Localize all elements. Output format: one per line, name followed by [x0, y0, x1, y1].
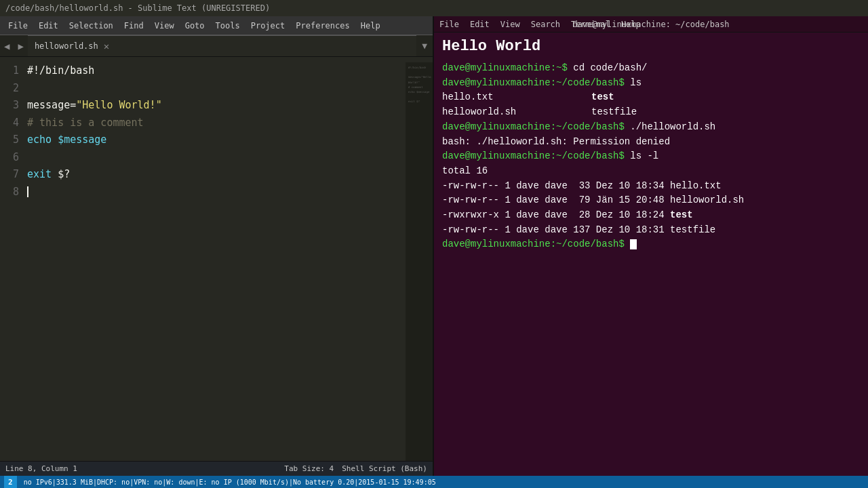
- menu-selection[interactable]: Selection: [64, 18, 119, 33]
- tab-nav-right[interactable]: ▶: [14, 35, 27, 56]
- menu-view[interactable]: View: [149, 18, 180, 33]
- menu-find[interactable]: Find: [119, 18, 149, 33]
- menu-goto[interactable]: Goto: [180, 18, 210, 33]
- text-cursor: [27, 186, 28, 198]
- tab-bar: ◀ ▶ helloworld.sh ✕ ▼: [0, 35, 433, 57]
- code-content[interactable]: #!/bin/bash message="Hello World!" # thi…: [27, 62, 406, 461]
- terminal-menu-file[interactable]: File: [439, 20, 459, 29]
- status-bar: Line 8, Column 1 Tab Size: 4 Shell Scrip…: [0, 461, 433, 476]
- terminal-content[interactable]: Hello World dave@mylinuxmachine:~$ cd co…: [434, 33, 868, 476]
- code-line-6: [27, 149, 400, 167]
- terminal-prompt: dave@mylinuxmachine:~/code/bash$: [442, 150, 625, 161]
- bottom-indicator-number: 2: [8, 478, 13, 487]
- terminal-menu-edit[interactable]: Edit: [470, 20, 490, 29]
- bottom-bar-status: no IPv6|331.3 MiB|DHCP: no|VPN: no|W: do…: [24, 479, 436, 486]
- terminal-menu-bar: File Edit View Search Terminal Help dave…: [434, 16, 868, 33]
- code-line-3: message="Hello World!": [27, 97, 400, 115]
- terminal-cmd: ls -l: [625, 150, 658, 161]
- editor-menu: File Edit Selection Find View Goto Tools…: [0, 16, 433, 35]
- terminal-menu-search[interactable]: Search: [531, 20, 560, 29]
- status-syntax: Shell Script (Bash): [342, 464, 427, 473]
- terminal-cursor: [630, 239, 637, 249]
- terminal-line-4: helloworld.shtestfile: [442, 105, 860, 120]
- tab-close-button[interactable]: ✕: [104, 41, 109, 52]
- terminal-line-2: dave@mylinuxmachine:~/code/bash$ ls: [442, 76, 860, 91]
- code-line-4: # this is a comment: [27, 115, 400, 132]
- terminal-menu-view[interactable]: View: [500, 20, 520, 29]
- terminal-cmd: ./helloworld.sh: [625, 121, 715, 132]
- terminal-line-12: -rw-rw-r-- 1 dave dave 137 Dez 10 18:31 …: [442, 223, 860, 238]
- terminal-hello-world-title: Hello World: [442, 35, 860, 58]
- terminal-window-title-text: dave@mylinuxmachine: ~/code/bash: [572, 20, 729, 29]
- bottom-bar-indicator: 2: [4, 476, 17, 488]
- code-line-1: #!/bin/bash: [27, 62, 400, 80]
- menu-edit[interactable]: Edit: [33, 18, 64, 33]
- terminal-line-7: dave@mylinuxmachine:~/code/bash$ ls -l: [442, 149, 860, 164]
- status-tab-size: Tab Size: 4: [284, 464, 334, 473]
- terminal-line-1: dave@mylinuxmachine:~$ cd code/bash/: [442, 61, 860, 76]
- terminal-prompt: dave@mylinuxmachine:~/code/bash$: [442, 77, 625, 88]
- main-area: File Edit Selection Find View Goto Tools…: [0, 16, 868, 476]
- terminal-prompt: dave@mylinuxmachine:~$: [442, 62, 568, 73]
- code-line-8: [27, 184, 400, 201]
- tab-label: helloworld.sh: [35, 41, 98, 51]
- minimap: #!/bin/bash message="Hello World!"# comm…: [406, 62, 433, 461]
- terminal-cmd: cd code/bash/: [568, 62, 648, 73]
- menu-file[interactable]: File: [3, 18, 33, 33]
- tab-dropdown[interactable]: ▼: [416, 35, 433, 56]
- menu-preferences[interactable]: Preferences: [290, 18, 355, 33]
- status-line-col: Line 8, Column 1: [5, 464, 77, 473]
- tab-active[interactable]: helloworld.sh ✕: [28, 35, 416, 56]
- menu-help[interactable]: Help: [355, 18, 386, 33]
- terminal-line-10: -rw-rw-r-- 1 dave dave 79 Jän 15 20:48 h…: [442, 193, 860, 208]
- terminal-line-13: dave@mylinuxmachine:~/code/bash$: [442, 237, 860, 252]
- terminal-cmd: [625, 239, 630, 249]
- terminal-line-5: dave@mylinuxmachine:~/code/bash$ ./hello…: [442, 120, 860, 135]
- line-numbers: 1 2 3 4 5 6 7 8: [0, 62, 27, 461]
- terminal-prompt: dave@mylinuxmachine:~/code/bash$: [442, 239, 625, 249]
- bottom-bar: 2 no IPv6|331.3 MiB|DHCP: no|VPN: no|W: …: [0, 476, 868, 488]
- code-line-2: [27, 80, 400, 98]
- title-bar-text: /code/bash/helloworld.sh - Sublime Text …: [5, 3, 270, 13]
- terminal-prompt: dave@mylinuxmachine:~/code/bash$: [442, 121, 625, 132]
- terminal-pane: File Edit View Search Terminal Help dave…: [434, 16, 868, 476]
- code-line-5: echo $message: [27, 131, 400, 149]
- title-bar: /code/bash/helloworld.sh - Sublime Text …: [0, 0, 868, 16]
- terminal-line-8: total 16: [442, 164, 860, 179]
- terminal-cmd: ls: [625, 77, 642, 88]
- code-line-7: exit $?: [27, 166, 400, 184]
- editor-pane: File Edit Selection Find View Goto Tools…: [0, 16, 434, 476]
- terminal-line-3: hello.txttest: [442, 90, 860, 105]
- code-area[interactable]: 1 2 3 4 5 6 7 8 #!/bin/bash message="Hel…: [0, 57, 433, 461]
- terminal-line-6: bash: ./helloworld.sh: Permission denied: [442, 135, 860, 150]
- terminal-line-9: -rw-rw-r-- 1 dave dave 33 Dez 10 18:34 h…: [442, 179, 860, 194]
- menu-project[interactable]: Project: [245, 18, 291, 33]
- menu-tools[interactable]: Tools: [210, 18, 245, 33]
- tab-nav-left[interactable]: ◀: [0, 35, 14, 56]
- terminal-line-11: -rwxrwxr-x 1 dave dave 28 Dez 10 18:24 t…: [442, 208, 860, 223]
